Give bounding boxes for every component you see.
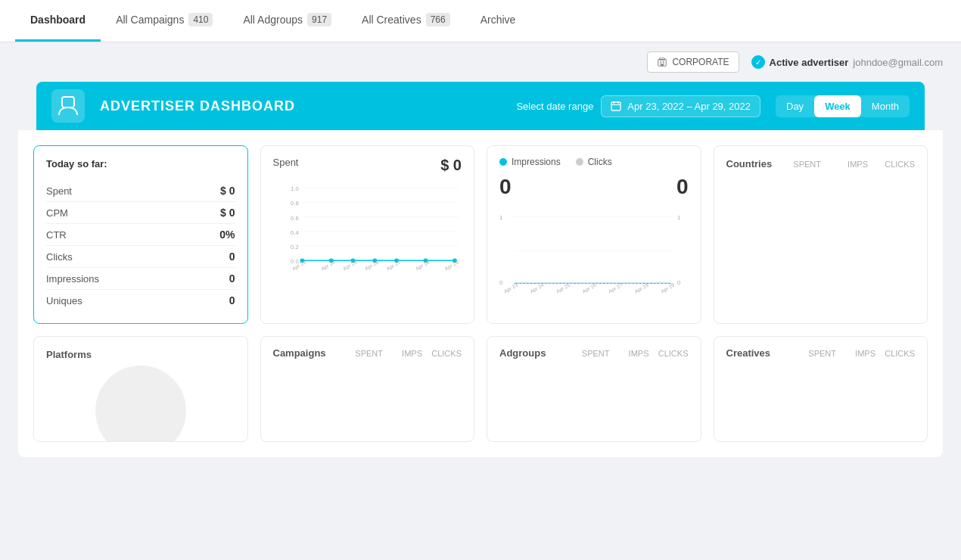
impressions-line-chart: 1 0 1 0 Apr 23 Apr 24 Apr 25 Apr 26: [499, 205, 689, 303]
svg-text:0.8: 0.8: [291, 200, 299, 207]
adgroups-badge: 917: [307, 13, 331, 26]
corporate-button[interactable]: CORPORATE: [647, 51, 739, 73]
svg-text:Apr 29: Apr 29: [660, 282, 676, 295]
stat-ctr: CTR 0%: [46, 224, 235, 246]
campaigns-header: Campaigns SPENT IMPS CLICKS: [273, 347, 462, 359]
impressions-label: Impressions: [512, 157, 561, 167]
svg-text:0: 0: [499, 279, 502, 286]
campaigns-title: Campaigns: [273, 347, 326, 359]
top-navigation: Dashboard All Campaigns 410 All Adgroups…: [0, 0, 961, 42]
stat-uniques-label: Uniques: [46, 295, 82, 306]
campaigns-col-clicks: CLICKS: [428, 349, 462, 358]
svg-text:Apr 25: Apr 25: [555, 282, 571, 295]
creatives-title: Creatives: [726, 347, 771, 359]
stat-clicks-label: Clicks: [46, 251, 73, 263]
period-week-button[interactable]: Week: [814, 95, 861, 117]
corporate-label: CORPORATE: [672, 57, 729, 67]
dashboard-avatar: [51, 89, 85, 123]
today-so-far-card: Today so far: Spent $ 0 CPM $ 0 CTR 0% C…: [33, 145, 248, 324]
svg-text:Apr 27: Apr 27: [608, 282, 624, 295]
period-selector: Day Week Month: [776, 95, 910, 117]
tab-all-adgroups[interactable]: All Adgroups 917: [228, 0, 347, 42]
user-icon: [58, 95, 79, 117]
svg-text:Apr 29: Apr 29: [443, 259, 459, 272]
advertiser-email: johndoe@gmail.com: [853, 57, 943, 68]
spent-chart-value: $ 0: [440, 157, 462, 174]
spent-chart-title: Spent: [273, 157, 299, 168]
imp-values-row: 0 0: [499, 175, 689, 199]
creatives-badge: 766: [426, 13, 450, 26]
tab-archive[interactable]: Archive: [465, 0, 531, 42]
stat-spent-label: Spent: [46, 185, 72, 197]
adgroups-col-imps: IMPS: [616, 349, 649, 358]
countries-col-spent: SPENT: [783, 160, 821, 169]
spent-line-chart: 1.0 0.8 0.6 0.4 0.2 0.0: [273, 180, 462, 278]
dashboard-banner-wrapper: ADVERTISER DASHBOARD Select date range A…: [18, 82, 943, 130]
svg-text:0: 0: [677, 279, 680, 286]
svg-text:Apr 24: Apr 24: [529, 282, 545, 295]
dashboard-header: ADVERTISER DASHBOARD Select date range A…: [36, 82, 925, 130]
adgroups-col-spent: SPENT: [577, 349, 610, 358]
creatives-col-spent: SPENT: [803, 349, 836, 358]
stat-clicks-value: 0: [229, 250, 235, 263]
date-range-label: Select date range: [516, 101, 593, 112]
creatives-col-imps: IMPS: [842, 349, 875, 358]
stat-cpm-label: CPM: [46, 207, 68, 219]
countries-card: Countries SPENT IMPS CLICKS: [714, 145, 928, 324]
countries-title: Countries: [726, 158, 773, 170]
top-cards-row: Today so far: Spent $ 0 CPM $ 0 CTR 0% C…: [33, 145, 928, 324]
svg-text:Apr 28: Apr 28: [415, 259, 431, 272]
svg-text:Apr 26: Apr 26: [363, 259, 379, 272]
tab-dashboard[interactable]: Dashboard: [15, 0, 101, 42]
bottom-cards-row: Platforms Campaigns SPENT IMPS CLICKS Ad…: [33, 336, 928, 442]
campaigns-badge: 410: [188, 13, 213, 26]
campaigns-col-imps: IMPS: [389, 349, 422, 358]
clicks-value: 0: [676, 175, 689, 199]
active-check-icon: ✓: [751, 55, 765, 69]
svg-text:1: 1: [677, 214, 680, 221]
svg-text:Apr 24: Apr 24: [320, 259, 336, 272]
impressions-dot: [499, 158, 507, 166]
platforms-card: Platforms: [33, 336, 248, 442]
date-range-value: Apr 23, 2022 – Apr 29, 2022: [627, 101, 751, 112]
svg-rect-7: [62, 97, 74, 107]
building-icon: [657, 57, 667, 67]
impressions-legend-item: Impressions: [499, 157, 561, 167]
adgroups-col-labels: SPENT IMPS CLICKS: [577, 349, 689, 358]
spent-chart-header: Spent $ 0: [273, 157, 462, 174]
stat-cpm-value: $ 0: [220, 207, 235, 219]
campaigns-col-spent: SPENT: [350, 349, 383, 358]
svg-text:1.0: 1.0: [291, 185, 299, 192]
svg-rect-1: [661, 61, 662, 63]
svg-text:0.2: 0.2: [291, 244, 299, 250]
svg-text:Apr 26: Apr 26: [581, 282, 597, 295]
platforms-bg-circle: [95, 366, 186, 442]
dashboard-title: ADVERTISER DASHBOARD: [100, 98, 501, 114]
imp-chart-header: Impressions Clicks: [499, 157, 689, 167]
creatives-header: Creatives SPENT IMPS CLICKS: [726, 347, 916, 359]
svg-text:Apr 25: Apr 25: [342, 259, 358, 272]
creatives-col-labels: SPENT IMPS CLICKS: [803, 349, 915, 358]
svg-rect-10: [611, 102, 620, 110]
campaigns-col-labels: SPENT IMPS CLICKS: [350, 349, 462, 358]
stat-spent-value: $ 0: [220, 185, 235, 197]
tab-all-campaigns[interactable]: All Campaigns 410: [101, 0, 228, 42]
stat-ctr-value: 0%: [219, 229, 235, 241]
countries-header: Countries SPENT IMPS CLICKS: [726, 158, 916, 170]
impressions-chart-card: Impressions Clicks 0 0 1 0 1 0: [487, 145, 701, 324]
stat-cpm: CPM $ 0: [46, 202, 235, 224]
date-range-picker[interactable]: Apr 23, 2022 – Apr 29, 2022: [601, 95, 760, 117]
clicks-legend-item: Clicks: [576, 157, 612, 167]
adgroups-header: Adgroups SPENT IMPS CLICKS: [499, 347, 689, 359]
platforms-title: Platforms: [46, 349, 235, 360]
period-month-button[interactable]: Month: [861, 95, 910, 117]
adgroups-title: Adgroups: [499, 347, 546, 359]
countries-col-labels: SPENT IMPS CLICKS: [783, 160, 915, 169]
header-bar: CORPORATE ✓ Active advertiser johndoe@gm…: [0, 42, 961, 82]
stat-impressions-label: Impressions: [46, 273, 99, 285]
period-day-button[interactable]: Day: [776, 95, 814, 117]
svg-text:Apr 28: Apr 28: [633, 282, 649, 295]
spent-chart-card: Spent $ 0 1.0 0.8 0.6 0.4 0.2 0.0: [260, 145, 475, 324]
tab-all-creatives[interactable]: All Creatives 766: [347, 0, 465, 42]
stat-spent: Spent $ 0: [46, 180, 235, 202]
